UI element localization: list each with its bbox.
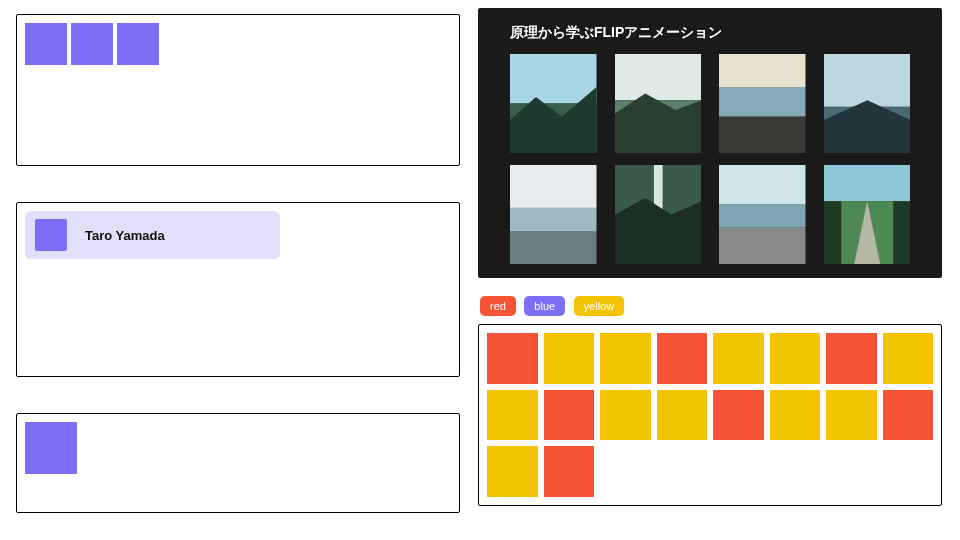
right-column: 原理から学ぶFLIPアニメーション bbox=[470, 0, 950, 540]
color-cell-yellow[interactable] bbox=[600, 390, 651, 441]
color-cell-red[interactable] bbox=[826, 333, 877, 384]
filter-bar: red blue yellow bbox=[480, 296, 942, 316]
color-cell-red[interactable] bbox=[713, 390, 764, 441]
color-cell-red[interactable] bbox=[544, 390, 595, 441]
left-column: Taro Yamada bbox=[0, 0, 470, 540]
color-cell-yellow[interactable] bbox=[544, 333, 595, 384]
gallery-thumb[interactable] bbox=[719, 165, 806, 264]
svg-rect-3 bbox=[615, 54, 702, 100]
gallery-thumb[interactable] bbox=[615, 54, 702, 153]
color-cell-yellow[interactable] bbox=[770, 333, 821, 384]
placeholder-square[interactable] bbox=[25, 422, 77, 474]
color-cell-red[interactable] bbox=[544, 446, 595, 497]
svg-rect-0 bbox=[510, 54, 597, 104]
svg-rect-19 bbox=[719, 205, 806, 228]
svg-rect-12 bbox=[510, 165, 597, 208]
filter-button-blue[interactable]: blue bbox=[524, 296, 565, 316]
color-cell-red[interactable] bbox=[657, 333, 708, 384]
placeholder-square[interactable] bbox=[25, 23, 67, 65]
svg-rect-24 bbox=[824, 201, 841, 264]
color-grid-frame bbox=[478, 324, 942, 506]
color-cell-yellow[interactable] bbox=[657, 390, 708, 441]
svg-rect-9 bbox=[824, 54, 911, 107]
svg-rect-25 bbox=[893, 201, 910, 264]
color-cell-red[interactable] bbox=[487, 333, 538, 384]
gallery-thumb[interactable] bbox=[824, 165, 911, 264]
color-cell-yellow[interactable] bbox=[883, 333, 934, 384]
color-cell-red[interactable] bbox=[883, 390, 934, 441]
gallery-thumb[interactable] bbox=[615, 165, 702, 264]
placeholder-square[interactable] bbox=[71, 23, 113, 65]
color-cell-yellow[interactable] bbox=[826, 390, 877, 441]
gallery-grid bbox=[510, 54, 910, 264]
svg-rect-20 bbox=[719, 228, 806, 264]
svg-rect-21 bbox=[824, 165, 911, 201]
filter-button-red[interactable]: red bbox=[480, 296, 516, 316]
gallery-thumb[interactable] bbox=[510, 54, 597, 153]
svg-rect-8 bbox=[719, 117, 806, 153]
svg-rect-7 bbox=[719, 87, 806, 117]
demo-panel-1 bbox=[16, 14, 460, 166]
color-cell-yellow[interactable] bbox=[487, 390, 538, 441]
flip-gallery: 原理から学ぶFLIPアニメーション bbox=[478, 8, 942, 278]
svg-marker-17 bbox=[615, 198, 702, 264]
gallery-thumb[interactable] bbox=[824, 54, 911, 153]
svg-rect-18 bbox=[719, 165, 806, 205]
user-card[interactable]: Taro Yamada bbox=[25, 211, 280, 259]
filter-button-yellow[interactable]: yellow bbox=[574, 296, 625, 316]
color-cell-yellow[interactable] bbox=[600, 333, 651, 384]
svg-rect-14 bbox=[510, 231, 597, 264]
user-name: Taro Yamada bbox=[85, 228, 165, 243]
color-cell-yellow[interactable] bbox=[487, 446, 538, 497]
gallery-thumb[interactable] bbox=[510, 165, 597, 264]
color-cell-yellow[interactable] bbox=[713, 333, 764, 384]
color-grid bbox=[487, 333, 933, 497]
svg-rect-6 bbox=[719, 54, 806, 87]
demo-panel-3 bbox=[16, 413, 460, 513]
svg-rect-13 bbox=[510, 208, 597, 231]
avatar bbox=[35, 219, 67, 251]
gallery-thumb[interactable] bbox=[719, 54, 806, 153]
gallery-title: 原理から学ぶFLIPアニメーション bbox=[510, 24, 910, 42]
demo-panel-2: Taro Yamada bbox=[16, 202, 460, 377]
color-cell-yellow[interactable] bbox=[770, 390, 821, 441]
placeholder-square[interactable] bbox=[117, 23, 159, 65]
